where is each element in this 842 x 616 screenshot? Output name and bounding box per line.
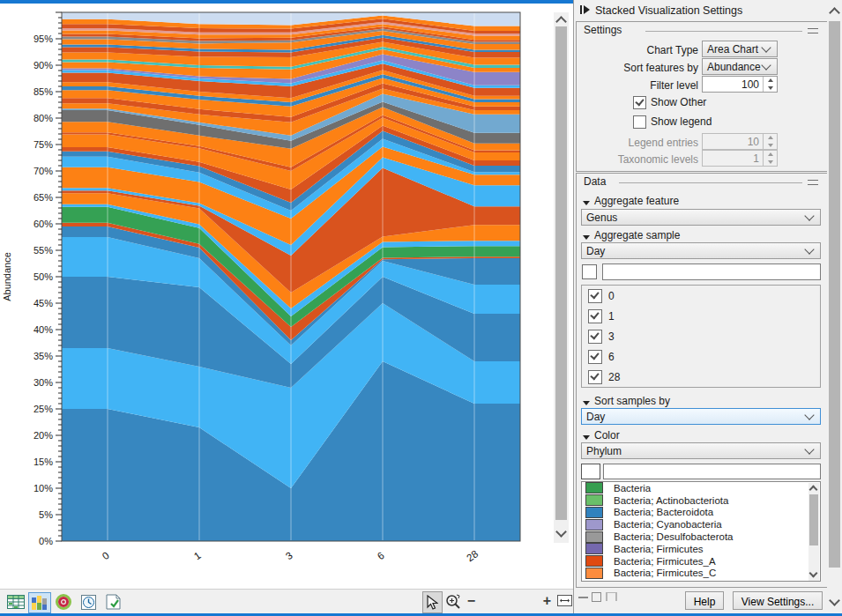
y-tick-label: 40% — [34, 324, 53, 335]
sort-features-combo[interactable]: Abundance — [702, 58, 778, 75]
y-tick-label: 75% — [34, 139, 53, 150]
plus-icon: + — [543, 594, 551, 608]
donut-view-button[interactable] — [53, 592, 74, 612]
sample-checkbox[interactable] — [588, 330, 602, 344]
legend-color-swatch — [585, 507, 603, 518]
sample-list-item[interactable]: 0 — [582, 286, 820, 306]
cursor-tool-button[interactable] — [422, 591, 443, 613]
x-tick-label: 0 — [101, 550, 111, 562]
section-collapse-icon — [583, 201, 590, 205]
y-tick-label: 15% — [34, 456, 53, 467]
legend-item[interactable]: Bacteria; Firmicutes_C — [582, 568, 820, 580]
scroll-up-icon[interactable] — [555, 16, 567, 27]
collapse-settings-icon[interactable] — [808, 28, 818, 33]
legend-item[interactable]: Bacteria; Bacteroidota — [582, 507, 820, 519]
show-legend-checkbox[interactable] — [633, 115, 646, 129]
sample-checkbox[interactable] — [588, 289, 602, 303]
scroll-down-icon[interactable] — [829, 595, 840, 606]
legend-label: Bacteria; Firmicutes_A — [614, 556, 716, 567]
collapse-panel-icon[interactable] — [579, 5, 593, 16]
section-collapse-icon — [583, 235, 590, 240]
sample-checkbox[interactable] — [588, 370, 602, 384]
aggregate-feature-combo[interactable]: Genus — [581, 209, 821, 226]
sample-list-item[interactable]: 1 — [582, 306, 820, 326]
legend-label: Bacteria; Firmicutes — [614, 544, 704, 554]
legend-entries-spinbox: 10 — [702, 133, 778, 150]
y-tick-label: 5% — [39, 509, 53, 520]
scroll-up-icon[interactable] — [829, 7, 840, 19]
table-view-button[interactable] — [5, 592, 26, 612]
legend-filter-input[interactable] — [603, 464, 821, 479]
aggregate-feature-section[interactable]: Aggregate feature — [583, 195, 679, 207]
legend-color-swatch — [585, 482, 603, 494]
select-all-samples-checkbox[interactable] — [582, 264, 597, 279]
y-tick-label: 20% — [34, 430, 53, 441]
y-tick-label: 35% — [34, 351, 53, 361]
y-tick-label: 30% — [34, 377, 53, 388]
scroll-down-icon[interactable] — [555, 526, 567, 538]
data-group: Data Aggregate feature Genus Aggregate s… — [576, 173, 828, 588]
chart-vertical-scrollbar[interactable] — [554, 12, 569, 543]
report-view-button[interactable] — [102, 592, 123, 612]
filter-level-spinbox[interactable]: 100 — [702, 76, 778, 93]
legend-label: Bacteria; Bacteroidota — [614, 507, 713, 517]
legend-color-swatch — [585, 519, 603, 531]
table-icon — [7, 595, 25, 609]
view-settings-button[interactable]: View Settings... — [733, 591, 823, 610]
scroll-up-icon[interactable] — [809, 486, 818, 494]
history-view-button[interactable] — [78, 592, 99, 612]
scroll-down-icon[interactable] — [809, 569, 818, 578]
phylum-legend-list[interactable]: BacteriaBacteria; ActinobacteriotaBacter… — [581, 481, 821, 582]
sample-list-item[interactable]: 28 — [582, 367, 820, 387]
sample-list-item[interactable]: 3 — [582, 326, 820, 346]
aggregate-sample-section[interactable]: Aggregate sample — [583, 229, 680, 241]
donut-chart-icon — [56, 594, 71, 610]
aggregate-sample-combo[interactable]: Day — [581, 242, 821, 259]
zoom-out-button[interactable]: − — [465, 591, 478, 610]
show-other-label: Show Other — [651, 96, 706, 108]
minimize-widget-icon[interactable] — [578, 594, 588, 598]
help-button[interactable]: Help — [685, 591, 724, 610]
collapse-data-icon[interactable] — [808, 180, 818, 185]
legend-item[interactable]: Bacteria; Firmicutes_A — [582, 555, 820, 568]
sort-samples-combo[interactable]: Day — [581, 408, 821, 425]
stacked-chart-icon — [32, 596, 48, 610]
chevron-down-icon — [804, 410, 814, 419]
sample-filter-input[interactable] — [602, 263, 821, 280]
legend-label: Bacteria; Firmicutes_C — [614, 568, 716, 578]
panel-scrollbar[interactable] — [827, 2, 842, 613]
stacked-chart-view-button[interactable] — [28, 592, 51, 613]
maximize-widget-icon[interactable] — [592, 592, 601, 602]
y-tick-label: 85% — [34, 86, 53, 97]
dock-widget-icon[interactable] — [606, 592, 617, 601]
zoom-in-button[interactable]: + — [540, 591, 554, 610]
sort-samples-section[interactable]: Sort samples by — [583, 395, 670, 407]
legend-item[interactable]: Bacteria; Actinobacteriota — [582, 494, 820, 507]
legend-item[interactable]: Bacteria; Cyanobacteria — [582, 518, 820, 531]
settings-panel: Stacked Visualization Settings Settings … — [573, 0, 842, 616]
show-other-checkbox[interactable] — [633, 96, 646, 109]
legend-item[interactable]: Bacteria; Desulfobacterota — [582, 531, 820, 543]
y-tick-label: 55% — [34, 245, 53, 256]
sample-list-item[interactable]: 6 — [582, 346, 820, 367]
sample-label: 28 — [608, 371, 620, 383]
legend-item[interactable]: Bacteria; Firmicutes — [582, 543, 820, 555]
legend-scrollbar-thumb[interactable] — [809, 494, 818, 545]
fit-width-button[interactable] — [555, 591, 573, 610]
sample-checkbox[interactable] — [588, 309, 602, 323]
chart-type-combo[interactable]: Area Chart — [702, 41, 778, 57]
spin-down-icon[interactable] — [764, 85, 777, 93]
sample-list[interactable]: 013628 — [581, 285, 821, 388]
color-combo[interactable]: Phylum — [581, 442, 821, 459]
chart-scrollbar-thumb[interactable] — [555, 26, 567, 520]
panel-scrollbar-thumb[interactable] — [829, 21, 840, 568]
sample-checkbox[interactable] — [588, 350, 602, 364]
stacked-area-chart: 0%5%10%15%20%25%30%35%40%45%50%55%60%65%… — [0, 4, 573, 589]
color-section[interactable]: Color — [583, 429, 620, 442]
color-swatch-button[interactable] — [581, 464, 600, 479]
spin-up-icon[interactable] — [764, 77, 777, 85]
legend-scrollbar[interactable] — [808, 483, 819, 582]
legend-item[interactable]: Bacteria — [582, 482, 820, 494]
zoom-tool-button[interactable] — [443, 591, 462, 612]
show-legend-label: Show legend — [651, 115, 712, 128]
